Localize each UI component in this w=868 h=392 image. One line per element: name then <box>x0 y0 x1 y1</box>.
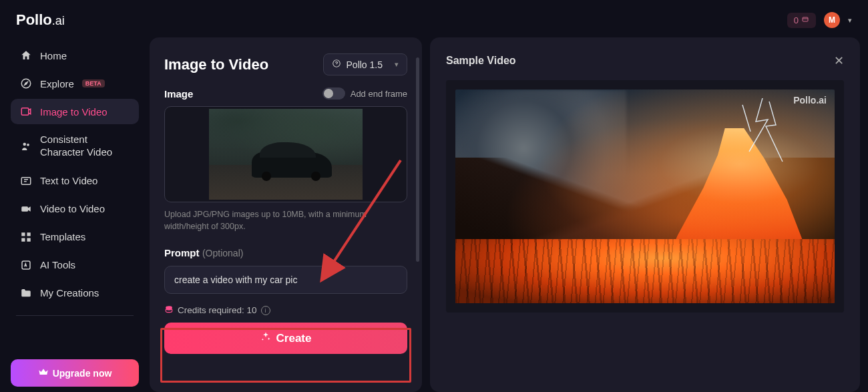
text-to-video-icon <box>20 175 32 187</box>
avatar[interactable]: M <box>824 12 840 28</box>
ai-tools-icon <box>20 259 32 271</box>
beta-badge: BETA <box>82 79 105 87</box>
home-icon <box>20 49 32 61</box>
sidebar-item-text-to-video[interactable]: Text to Video <box>11 168 139 194</box>
editor-panel: Image to Video Pollo 1.5 ▾ Image Add end… <box>150 37 422 392</box>
sample-video-thumb[interactable]: Pollo.ai <box>455 89 835 303</box>
upgrade-label: Upgrade now <box>53 368 112 379</box>
svg-rect-3 <box>21 108 29 116</box>
upgrade-button[interactable]: Upgrade now <box>11 359 139 387</box>
templates-icon <box>20 231 32 243</box>
image-upload-area[interactable] <box>164 106 407 202</box>
video-to-video-icon <box>20 203 32 215</box>
sidebar-item-label: Home <box>40 50 67 61</box>
video-container: Pollo.ai <box>446 80 844 313</box>
create-button[interactable]: Create <box>164 323 407 354</box>
sidebar-item-explore[interactable]: Explore BETA <box>11 71 139 96</box>
upload-hint: Upload JPG/PNG images up to 10MB, with a… <box>164 209 407 232</box>
model-selected-label: Pollo 1.5 <box>347 59 383 70</box>
credit-count: 0 <box>794 15 799 25</box>
close-icon[interactable]: ✕ <box>834 53 844 68</box>
image-section-label: Image <box>164 88 193 100</box>
sidebar-item-video-to-video[interactable]: Video to Video <box>11 196 139 222</box>
character-icon <box>20 140 32 152</box>
logo-suffix: .ai <box>52 14 65 27</box>
image-to-video-icon <box>20 106 32 118</box>
svg-point-4 <box>23 143 27 146</box>
sidebar-item-label: Video to Video <box>40 203 105 214</box>
sidebar-item-templates[interactable]: Templates <box>11 224 139 250</box>
svg-point-5 <box>27 144 29 146</box>
preview-title: Sample Video <box>446 55 516 67</box>
svg-rect-9 <box>27 232 31 236</box>
logo[interactable]: Pollo.ai <box>16 11 65 29</box>
crown-icon <box>38 367 49 379</box>
credit-badge[interactable]: 0 <box>787 13 816 28</box>
folder-icon <box>20 287 32 299</box>
end-frame-toggle[interactable] <box>322 87 345 100</box>
end-frame-label: Add end frame <box>351 89 407 99</box>
svg-rect-8 <box>21 232 25 236</box>
preview-panel: Sample Video ✕ Pollo.ai <box>430 37 860 392</box>
create-label: Create <box>276 332 312 345</box>
sparkle-icon <box>260 331 271 345</box>
sidebar-item-consistent-character[interactable]: Consistent Character Video <box>11 127 139 166</box>
sidebar-item-label: Explore <box>40 78 74 89</box>
logo-name: Pollo <box>16 11 52 28</box>
sidebar-item-label: Templates <box>40 231 85 242</box>
sidebar-item-image-to-video[interactable]: Image to Video <box>11 99 139 124</box>
uploaded-image-thumb <box>209 109 363 200</box>
prompt-label: Prompt <box>164 247 200 258</box>
page-title: Image to Video <box>164 56 268 73</box>
svg-rect-0 <box>803 17 808 21</box>
svg-rect-11 <box>27 238 31 241</box>
sidebar: Home Explore BETA Image to Video Consist… <box>8 37 142 392</box>
prompt-input[interactable] <box>164 266 407 294</box>
sidebar-item-home[interactable]: Home <box>11 43 139 68</box>
svg-marker-2 <box>25 82 28 85</box>
sidebar-item-label: Consistent Character Video <box>40 134 130 159</box>
topbar: Pollo.ai 0 M ▾ <box>0 0 868 37</box>
sidebar-item-label: My Creations <box>40 287 99 299</box>
model-select[interactable]: Pollo 1.5 ▾ <box>323 53 407 75</box>
svg-rect-7 <box>21 206 28 212</box>
topbar-right: 0 M ▾ <box>787 12 852 28</box>
scrollbar[interactable] <box>416 57 419 372</box>
sidebar-item-ai-tools[interactable]: AI Tools <box>11 252 139 278</box>
sidebar-item-my-creations[interactable]: My Creations <box>11 280 139 306</box>
compass-icon <box>20 77 32 89</box>
info-icon[interactable]: i <box>261 306 270 315</box>
sidebar-item-label: Image to Video <box>40 106 107 118</box>
pollo-logo-icon <box>332 59 341 70</box>
video-watermark: Pollo.ai <box>793 95 827 106</box>
credit-icon <box>164 305 174 316</box>
account-chevron-icon[interactable]: ▾ <box>848 16 852 25</box>
lightning-icon <box>736 98 789 172</box>
credits-required-label: Credits required: 10 <box>178 305 257 315</box>
sidebar-item-label: Text to Video <box>40 175 97 186</box>
credit-icon <box>801 15 809 25</box>
chevron-down-icon: ▾ <box>395 60 399 69</box>
sidebar-item-label: AI Tools <box>40 259 75 270</box>
avatar-letter: M <box>829 15 835 25</box>
prompt-optional: (Optional) <box>202 248 243 258</box>
sidebar-divider <box>16 315 134 316</box>
svg-rect-10 <box>21 238 25 241</box>
